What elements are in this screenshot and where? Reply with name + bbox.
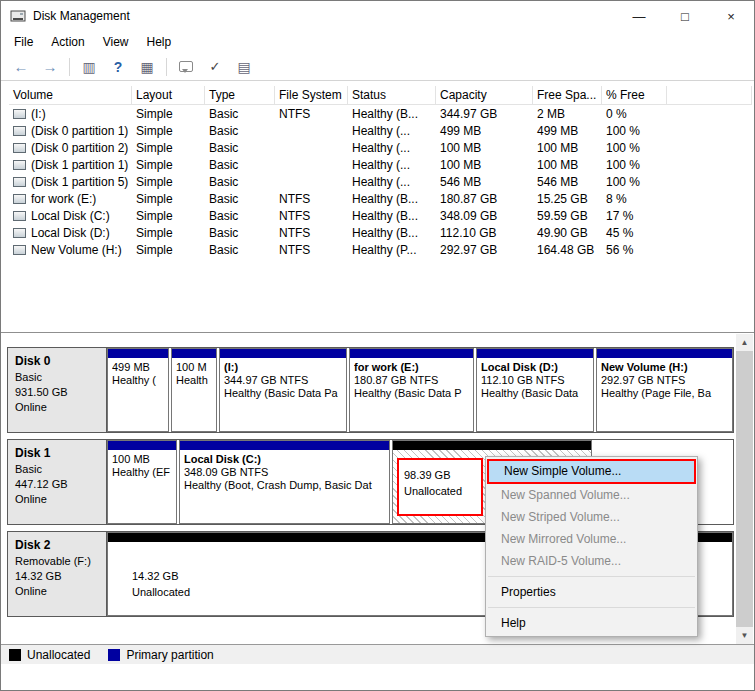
column-header-file-system[interactable]: File System	[275, 86, 348, 104]
close-button[interactable]: ×	[708, 1, 754, 31]
menu-file[interactable]: File	[5, 32, 42, 52]
volume-row[interactable]: New Volume (H:) Simple Basic NTFS Health…	[9, 241, 752, 258]
volume-row[interactable]: (Disk 0 partition 1) Simple Basic Health…	[9, 122, 752, 139]
cell-type: Basic	[205, 175, 275, 189]
cell-type: Basic	[205, 209, 275, 223]
disk-kind: Basic	[15, 462, 99, 477]
menu-action[interactable]: Action	[42, 32, 93, 52]
partition-block[interactable]: 100 MHealth	[171, 348, 217, 432]
cell-type: Basic	[205, 192, 275, 206]
disk-info-2[interactable]: Disk 2 Removable (F:) 14.32 GB Online	[8, 532, 107, 616]
volume-row[interactable]: (Disk 0 partition 2) Simple Basic Health…	[9, 139, 752, 156]
cell-free-space: 49.90 GB	[533, 226, 602, 240]
menu-item-properties[interactable]: Properties	[486, 581, 697, 603]
cell-status: Healthy (B...	[348, 226, 436, 240]
primary-partition-bar	[597, 349, 732, 358]
column-header-volume[interactable]: Volume	[9, 86, 132, 104]
partition-block[interactable]: 499 MBHealthy (	[107, 348, 169, 432]
cell-status: Healthy (...	[348, 158, 436, 172]
unallocated-legend-swatch	[9, 649, 21, 661]
disk-info-0[interactable]: Disk 0 Basic 931.50 GB Online	[8, 348, 107, 432]
disk-kind: Removable (F:)	[15, 554, 99, 569]
volume-row[interactable]: (Disk 1 partition 1) Simple Basic Health…	[9, 156, 752, 173]
partition-block[interactable]: (I:)344.97 GB NTFSHealthy (Basic Data Pa	[219, 348, 347, 432]
disk-status: Online	[15, 400, 99, 415]
disk-name: Disk 1	[15, 446, 99, 461]
volume-row[interactable]: (I:) Simple Basic NTFS Healthy (B... 344…	[9, 105, 752, 122]
cell-pct-free: 100 %	[602, 124, 667, 138]
cell-capacity: 292.97 GB	[436, 243, 533, 257]
cell-volume: for work (E:)	[31, 192, 96, 206]
volume-row[interactable]: Local Disk (C:) Simple Basic NTFS Health…	[9, 207, 752, 224]
cell-pct-free: 0 %	[602, 107, 667, 121]
partition-block[interactable]: 100 MBHealthy (EF	[107, 440, 177, 524]
menu-view[interactable]: View	[94, 32, 138, 52]
cell-status: Healthy (...	[348, 141, 436, 155]
cell-layout: Simple	[132, 124, 205, 138]
cell-capacity: 100 MB	[436, 158, 533, 172]
scroll-up-button[interactable]: ▲	[736, 334, 753, 351]
drive-icon	[13, 194, 26, 204]
vertical-scrollbar[interactable]: ▲ ▼	[736, 334, 753, 644]
minimize-button[interactable]: —	[616, 1, 662, 31]
volume-row[interactable]: (Disk 1 partition 5) Simple Basic Health…	[9, 173, 752, 190]
disk-kind: Basic	[15, 370, 99, 385]
partition-block[interactable]: New Volume (H:)292.97 GB NTFSHealthy (Pa…	[596, 348, 733, 432]
cell-status: Healthy (B...	[348, 192, 436, 206]
help-icon[interactable]: ?	[108, 57, 128, 77]
back-icon[interactable]: ←	[11, 57, 31, 77]
window-controls: — □ ×	[616, 1, 754, 31]
cell-free-space: 100 MB	[533, 141, 602, 155]
drive-icon	[13, 143, 26, 153]
volume-table-header: Volume Layout Type File System Status Ca…	[9, 86, 752, 105]
menu-help[interactable]: Help	[138, 32, 181, 52]
menu-item-new-simple-volume[interactable]: New Simple Volume...	[487, 459, 696, 484]
forward-icon[interactable]: →	[40, 57, 60, 77]
disk-info-1[interactable]: Disk 1 Basic 447.12 GB Online	[8, 440, 107, 524]
cell-capacity: 546 MB	[436, 175, 533, 189]
toolbar-separator	[166, 58, 167, 76]
column-header-capacity[interactable]: Capacity	[436, 86, 533, 104]
drive-icon	[13, 109, 26, 119]
cell-status: Healthy (...	[348, 175, 436, 189]
partition-block[interactable]: Local Disk (C:)348.09 GB NTFSHealthy (Bo…	[179, 440, 390, 524]
comment-icon[interactable]	[176, 57, 196, 77]
disk-size: 14.32 GB	[15, 569, 99, 584]
cell-free-space: 499 MB	[533, 124, 602, 138]
column-header-type[interactable]: Type	[205, 86, 275, 104]
check-disk-icon[interactable]: ✓	[205, 57, 225, 77]
scroll-down-button[interactable]: ▼	[736, 627, 753, 644]
column-header-pct-free[interactable]: % Free	[602, 86, 667, 104]
primary-partition-bar	[350, 349, 473, 358]
cell-type: Basic	[205, 141, 275, 155]
volume-row[interactable]: for work (E:) Simple Basic NTFS Healthy …	[9, 190, 752, 207]
cell-volume: Local Disk (D:)	[31, 226, 110, 240]
maximize-button[interactable]: □	[662, 1, 708, 31]
list-view-icon[interactable]: ▤	[234, 57, 254, 77]
show-console-tree-icon[interactable]: ▥	[79, 57, 99, 77]
cell-volume: (Disk 1 partition 5)	[31, 175, 128, 189]
cell-pct-free: 100 %	[602, 141, 667, 155]
menu-item-new-raid5-volume: New RAID-5 Volume...	[486, 550, 697, 572]
column-header-free-space[interactable]: Free Spa...	[533, 86, 602, 104]
primary-partition-legend-swatch	[108, 649, 120, 661]
drive-icon	[13, 177, 26, 187]
scrollbar-thumb[interactable]	[736, 351, 753, 627]
menu-item-help[interactable]: Help	[486, 612, 697, 634]
cell-capacity: 344.97 GB	[436, 107, 533, 121]
cell-capacity: 100 MB	[436, 141, 533, 155]
cell-type: Basic	[205, 107, 275, 121]
cell-status: Healthy (P...	[348, 243, 436, 257]
primary-partition-bar	[172, 349, 216, 358]
column-header-status[interactable]: Status	[348, 86, 436, 104]
volume-row[interactable]: Local Disk (D:) Simple Basic NTFS Health…	[9, 224, 752, 241]
annotation-unallocated-box: 98.39 GB Unallocated	[397, 458, 483, 516]
column-header-layout[interactable]: Layout	[132, 86, 205, 104]
partition-block[interactable]: for work (E:)180.87 GB NTFSHealthy (Basi…	[349, 348, 474, 432]
partition-block[interactable]: Local Disk (D:)112.10 GB NTFSHealthy (Ba…	[476, 348, 594, 432]
toolbar-separator	[69, 58, 70, 76]
drive-icon	[13, 245, 26, 255]
cell-status: Healthy (...	[348, 124, 436, 138]
unallocated-legend-label: Unallocated	[27, 648, 90, 662]
details-view-icon[interactable]: ▦	[137, 57, 157, 77]
